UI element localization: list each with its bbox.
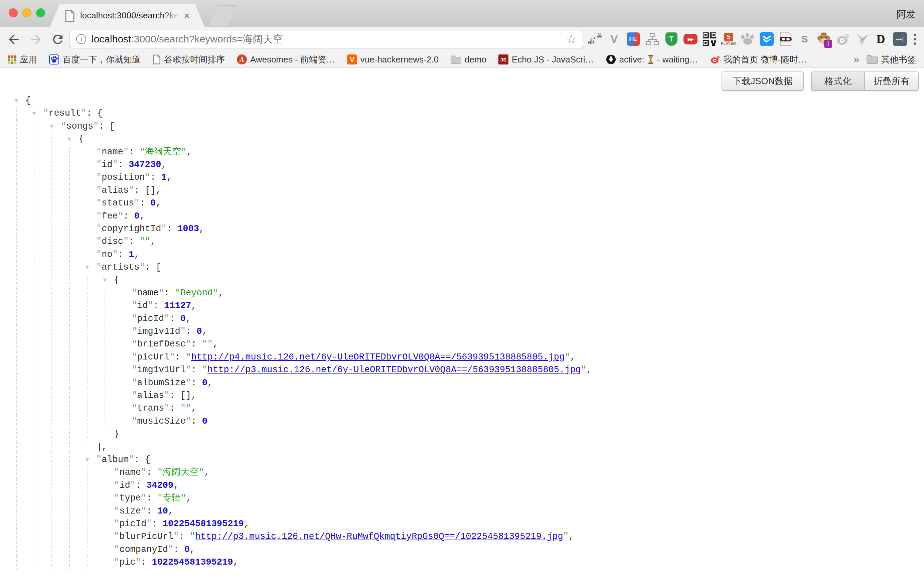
indent-guide — [104, 338, 105, 350]
blue-chevrons-icon[interactable] — [759, 32, 774, 46]
json-line: "name": "Beyond", — [0, 287, 924, 299]
password-box-icon[interactable]: •••| — [893, 32, 907, 46]
indent-guide — [16, 274, 17, 286]
weibo-grey-icon[interactable] — [835, 32, 850, 46]
indent-guide — [16, 261, 17, 274]
new-tab-button[interactable] — [208, 5, 237, 26]
browser-menu-icon[interactable] — [914, 34, 916, 45]
indent-guide — [16, 235, 17, 248]
indent-guide — [16, 363, 17, 376]
indent-guide — [16, 197, 17, 210]
page-info-icon[interactable]: i — [76, 34, 86, 44]
collapse-toggle-icon[interactable]: ▼ — [84, 453, 90, 466]
profile-name[interactable]: 阿发 — [897, 8, 915, 21]
indent-guide — [34, 158, 35, 171]
json-number-value: 0 — [185, 545, 190, 555]
collapse-toggle-icon[interactable]: ▼ — [13, 94, 19, 107]
reload-button[interactable] — [50, 32, 66, 47]
indent-guide — [34, 415, 35, 428]
json-line: "img1v1Url": "http://p3.music.126.net/6y… — [0, 363, 924, 376]
indent-guide — [69, 530, 70, 543]
forward-button[interactable] — [28, 32, 43, 47]
address-bar[interactable]: i localhost:3000/search?keywords=海阔天空 ☆ — [69, 30, 583, 48]
other-bookmarks-label: 其他书签 — [881, 54, 916, 66]
paw-icon[interactable] — [740, 32, 755, 46]
minimize-window-button[interactable] — [22, 8, 31, 17]
format-button[interactable]: 格式化 — [812, 72, 865, 90]
bookmark-active[interactable]: active: - waiting… — [606, 54, 698, 65]
mask-page-icon[interactable] — [778, 32, 793, 46]
indent-guide — [16, 120, 17, 133]
hummingbird-icon[interactable] — [855, 32, 869, 46]
monkey-badge-icon[interactable]: 1 — [817, 32, 831, 46]
fe-helper-icon[interactable]: FE — [626, 32, 640, 46]
close-window-button[interactable] — [9, 8, 18, 17]
json-link-value[interactable]: http://p3.music.126.net/QHw-RuMwfQkmqtiy… — [195, 532, 563, 541]
translate-icon[interactable]: ⇄en英 — [588, 32, 602, 46]
json-line: "picId": 0, — [0, 312, 924, 325]
indent-guide — [69, 466, 70, 479]
bookmark-apps[interactable]: 应用 — [8, 54, 37, 66]
collapse-toggle-icon[interactable]: ▼ — [102, 274, 108, 286]
json-number-value: 0 — [150, 198, 156, 208]
apps-grid-icon — [8, 56, 16, 64]
url-text[interactable]: localhost:3000/search?keywords=海阔天空 — [92, 32, 563, 46]
indent-guide — [16, 107, 17, 120]
zoom-window-button[interactable] — [36, 8, 45, 17]
html5-player-icon[interactable]: 5PLAYER — [721, 32, 736, 46]
indent-guide — [51, 235, 52, 248]
indent-guide — [16, 389, 17, 402]
bookmark-echojs[interactable]: JSEcho JS - JavaScri… — [498, 54, 594, 65]
indent-guide — [104, 389, 105, 402]
bookmark-google-sort[interactable]: 谷歌按时间排序 — [153, 54, 225, 66]
json-key: id — [102, 160, 112, 170]
json-link-value[interactable]: http://p3.music.126.net/6y-UleORITEDbvrO… — [208, 365, 581, 375]
indent-guide — [51, 415, 52, 428]
indent-guide — [69, 210, 70, 223]
indent-guide — [34, 428, 35, 440]
paw-glyph — [741, 32, 755, 46]
qrcode-icon[interactable] — [702, 32, 716, 46]
browser-tab[interactable]: localhost:3000/search?keywor × — [50, 4, 205, 27]
other-bookmarks-folder[interactable]: 其他书签 — [866, 54, 916, 66]
collapse-all-button[interactable]: 折叠所有 — [865, 72, 918, 90]
collapse-toggle-icon[interactable]: ▼ — [31, 107, 37, 120]
indent-guide — [69, 351, 70, 363]
json-key: blurPicUrl — [119, 532, 173, 541]
bookmark-demo[interactable]: demo — [450, 54, 487, 65]
indent-guide — [87, 376, 87, 389]
indent-guide — [87, 312, 87, 325]
bookmark-awesomes[interactable]: AAwesomes - 前端资… — [237, 54, 335, 66]
download-json-button[interactable]: 下载JSON数据 — [721, 71, 804, 91]
dark-d-icon[interactable]: D — [874, 32, 888, 46]
tab-close-icon[interactable]: × — [184, 11, 190, 21]
json-link-value[interactable]: http://p4.music.126.net/6y-UleORITEDbvrO… — [191, 352, 564, 362]
json-key: picUrl — [137, 352, 169, 362]
bookmark-vue-hackernews[interactable]: Vvue-hackernews-2.0 — [347, 54, 439, 65]
indent-guide — [104, 312, 105, 325]
indent-guide — [34, 402, 35, 414]
fast-forward-icon[interactable]: ▶▶ — [683, 32, 698, 46]
bookmark-star-icon[interactable]: ☆ — [566, 32, 577, 46]
json-line: "copyrightId": 1003, — [0, 223, 924, 235]
bookmark-baidu[interactable]: 百度一下，你就知道 — [49, 54, 141, 66]
indent-guide — [69, 479, 70, 492]
sitemap-icon[interactable] — [645, 32, 660, 46]
tampermonkey-shield-icon[interactable]: T — [664, 32, 678, 46]
bookmark-weibo[interactable]: 我的首页 微博-随时… — [710, 54, 807, 66]
hourglass-icon — [648, 55, 654, 64]
shadowsocks-icon[interactable]: S — [797, 32, 812, 46]
indent-guide — [51, 428, 52, 440]
indent-guide — [69, 223, 70, 235]
indent-guide — [51, 479, 52, 492]
bookmarks-overflow-icon[interactable]: » — [853, 54, 859, 65]
bookmark-label: 谷歌按时间排序 — [164, 54, 225, 66]
collapse-toggle-icon[interactable]: ▼ — [49, 120, 55, 133]
indent-guide — [51, 248, 52, 261]
vue-devtools-icon[interactable]: V — [607, 32, 621, 46]
json-line: "picUrl": "http://p4.music.126.net/6y-Ul… — [0, 351, 924, 363]
collapse-toggle-icon[interactable]: ▼ — [84, 261, 90, 274]
indent-guide — [87, 389, 87, 402]
back-button[interactable] — [6, 32, 21, 47]
collapse-toggle-icon[interactable]: ▼ — [66, 133, 73, 145]
